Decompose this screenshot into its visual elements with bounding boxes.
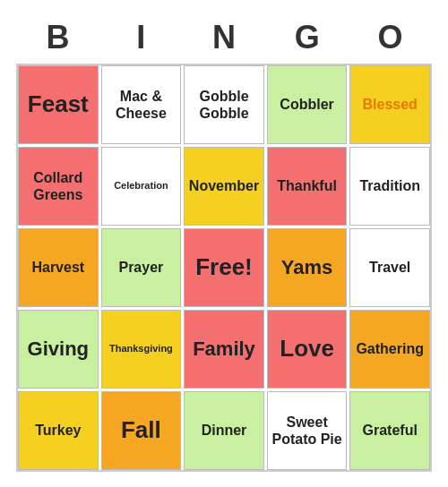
bingo-cell[interactable]: Thankful <box>267 147 348 226</box>
bingo-letter: G <box>265 15 349 60</box>
bingo-header: BINGO <box>16 15 432 60</box>
bingo-cell[interactable]: Grateful <box>349 391 430 470</box>
bingo-letter: O <box>349 15 432 60</box>
bingo-cell[interactable]: Thanksgiving <box>101 310 182 389</box>
bingo-grid: FeastMac & CheeseGobble GobbleCobblerBle… <box>16 64 432 472</box>
bingo-cell[interactable]: Blessed <box>349 65 430 144</box>
bingo-cell[interactable]: Tradition <box>349 147 430 226</box>
bingo-cell[interactable]: Gathering <box>349 310 430 389</box>
bingo-card: BINGO FeastMac & CheeseGobble GobbleCobb… <box>9 8 439 479</box>
bingo-cell[interactable]: Sweet Potato Pie <box>267 391 348 470</box>
bingo-cell[interactable]: Mac & Cheese <box>101 65 182 144</box>
bingo-cell[interactable]: Celebration <box>101 147 182 226</box>
bingo-cell[interactable]: Free! <box>184 228 264 307</box>
bingo-cell[interactable]: Yams <box>267 228 348 307</box>
bingo-cell[interactable]: Prayer <box>101 228 182 307</box>
bingo-cell[interactable]: Love <box>267 310 348 389</box>
bingo-cell[interactable]: Dinner <box>184 391 264 470</box>
bingo-cell[interactable]: Gobble Gobble <box>184 65 264 144</box>
bingo-letter: N <box>183 15 266 60</box>
bingo-cell[interactable]: November <box>184 147 264 226</box>
bingo-cell[interactable]: Feast <box>18 65 99 144</box>
bingo-letter: B <box>16 15 99 60</box>
bingo-cell[interactable]: Cobbler <box>267 65 348 144</box>
bingo-cell[interactable]: Giving <box>18 310 99 389</box>
bingo-cell[interactable]: Collard Greens <box>18 147 99 226</box>
bingo-cell[interactable]: Turkey <box>18 391 99 470</box>
bingo-cell[interactable]: Harvest <box>18 228 99 307</box>
bingo-letter: I <box>99 15 183 60</box>
bingo-cell[interactable]: Family <box>184 310 264 389</box>
bingo-cell[interactable]: Travel <box>349 228 430 307</box>
bingo-cell[interactable]: Fall <box>101 391 182 470</box>
